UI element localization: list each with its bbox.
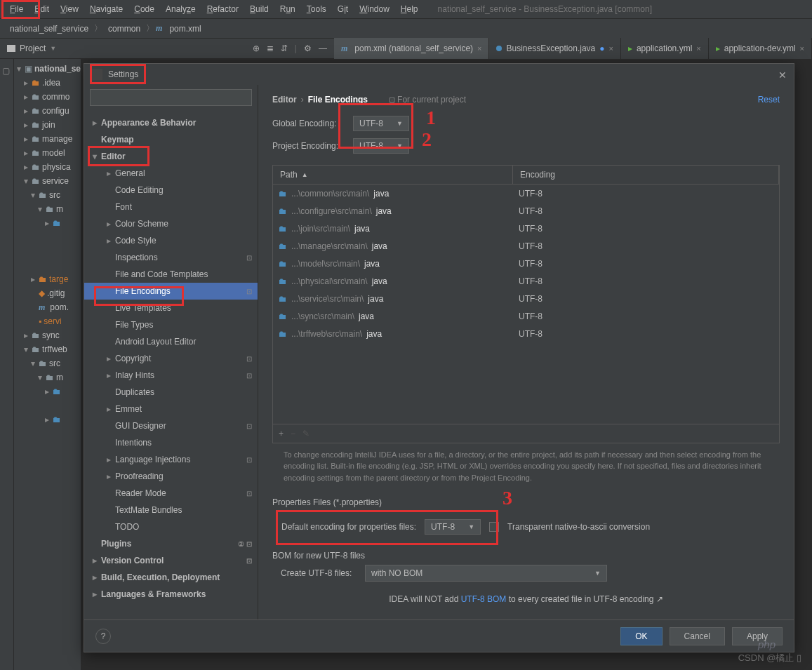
project-icon: [7, 45, 15, 52]
window-title: national_self_service - BusinessExceptio…: [438, 4, 652, 14]
chevron-down-icon: ▼: [397, 142, 403, 149]
tab-application-yml[interactable]: ▸ application.yml ×: [621, 38, 709, 59]
menu-analyze[interactable]: Analyze: [160, 2, 201, 16]
dialog-footer: ? OK Cancel Apply: [84, 619, 794, 652]
help-button[interactable]: ?: [95, 629, 111, 644]
for-current-project-label: ⊡ For current project: [389, 95, 466, 105]
watermark-csdn: CSDN @橘止 ▯: [738, 652, 801, 664]
menu-git[interactable]: Git: [332, 2, 354, 16]
close-icon[interactable]: ×: [696, 44, 700, 53]
global-encoding-combo[interactable]: UTF-8 ▼: [353, 116, 409, 131]
menu-help[interactable]: Help: [395, 2, 424, 16]
expand-icon[interactable]: ≣: [267, 43, 274, 53]
add-icon[interactable]: +: [279, 429, 284, 438]
dropdown-arrow-icon: ▼: [50, 45, 56, 52]
dialog-title-text: Settings: [108, 69, 138, 79]
close-icon[interactable]: ✕: [778, 69, 787, 81]
project-encoding-combo[interactable]: UTF-8 ▼: [353, 138, 409, 154]
tab-label: BusinessException.java: [506, 43, 595, 53]
transparent-label: Transparent native-to-ascii conversion: [507, 522, 650, 532]
menu-file[interactable]: File: [4, 2, 29, 16]
create-utf8-label: Create UTF-8 files:: [281, 568, 365, 578]
combo-value: UTF-8: [359, 119, 383, 128]
minimize-icon[interactable]: —: [319, 43, 327, 53]
bc-module[interactable]: common: [104, 22, 145, 35]
settings-search-input[interactable]: [90, 89, 252, 106]
menu-edit[interactable]: Edit: [29, 2, 55, 16]
tab-label: pom.xml (national_self_service): [354, 43, 473, 53]
menu-tools[interactable]: Tools: [301, 2, 332, 16]
close-icon[interactable]: ×: [477, 44, 481, 53]
menu-window[interactable]: Window: [354, 2, 395, 16]
chevron-down-icon: ▼: [594, 570, 601, 577]
tab-label: application-dev.yml: [724, 43, 796, 53]
tab-pom[interactable]: m pom.xml (national_self_service) ×: [334, 38, 490, 59]
settings-content: Editor › File Encodings ⊡ For current pr…: [258, 85, 794, 619]
project-label: Project: [20, 43, 46, 53]
bom-section-label: BOM for new UTF-8 files: [272, 542, 780, 565]
tab-application-dev-yml[interactable]: ▸ application-dev.yml ×: [709, 38, 812, 59]
encoding-help-text: To change encoding IntelliJ IDEA uses fo…: [272, 443, 780, 490]
edit-icon[interactable]: ✎: [302, 429, 310, 438]
th-path[interactable]: Path▲: [273, 166, 513, 184]
project-toolbar-icons: ⊕ ≣ ⇵ | ⚙ —: [246, 43, 334, 53]
global-encoding-label: Global Encoding:: [272, 119, 353, 128]
menu-build[interactable]: Build: [244, 2, 274, 16]
structure-icon[interactable]: ▢: [2, 66, 12, 76]
bom-note: IDEA will NOT add UTF-8 BOM to every cre…: [272, 589, 780, 610]
maven-icon: m: [156, 23, 162, 34]
remove-icon[interactable]: −: [291, 429, 295, 438]
idea-icon: [91, 69, 102, 80]
menu-refactor[interactable]: Refactor: [201, 2, 244, 16]
settings-tree-list[interactable]: ▸Appearance & BehaviorKeymap▾Editor▸Gene…: [84, 110, 258, 619]
cancel-button[interactable]: Cancel: [670, 627, 725, 645]
tab-label: application.yml: [637, 43, 692, 53]
close-icon[interactable]: ×: [800, 44, 804, 53]
left-tool-strip: ▢: [0, 59, 14, 670]
create-utf8-combo[interactable]: with NO BOM ▼: [365, 565, 607, 582]
bc-editor[interactable]: Editor: [272, 95, 297, 105]
menu-navigate[interactable]: Navigate: [84, 2, 128, 16]
editor-tabs: m pom.xml (national_self_service) × Busi…: [334, 38, 812, 59]
table-toolbar: + − ✎: [273, 424, 779, 443]
project-tree[interactable]: ▾▣national_se▸🖿.idea▸🖿commo▸🖿configu▸🖿jo…: [14, 59, 81, 670]
close-icon[interactable]: ×: [608, 44, 613, 53]
project-encoding-label: Project Encoding:: [272, 141, 353, 151]
toolbar-row: Project ▼ ⊕ ≣ ⇵ | ⚙ — m pom.xml (nationa…: [0, 38, 812, 59]
sort-asc-icon: ▲: [302, 171, 308, 178]
menu-code[interactable]: Code: [128, 2, 160, 16]
gear-icon[interactable]: ⚙: [304, 43, 312, 53]
default-props-encoding-label: Default encoding for properties files:: [281, 522, 416, 532]
watermark-php: php: [758, 638, 776, 650]
yml-icon: ▸: [628, 43, 632, 53]
modified-icon: ●: [599, 43, 604, 53]
java-icon: [496, 46, 502, 51]
chevron-down-icon: ▼: [468, 523, 474, 530]
tab-business-exception[interactable]: BusinessException.java ● ×: [489, 38, 620, 59]
project-tool-button[interactable]: Project ▼: [0, 41, 63, 56]
combo-value: UTF-8: [359, 141, 383, 151]
bc-file-encodings: File Encodings: [308, 95, 368, 105]
default-props-encoding-combo[interactable]: UTF-8 ▼: [425, 519, 481, 535]
transparent-checkbox[interactable]: [489, 522, 499, 532]
th-encoding[interactable]: Encoding: [513, 166, 779, 184]
ok-button[interactable]: OK: [620, 627, 662, 645]
breadcrumb-bar: national_self_service 〉 common 〉 m pom.x…: [0, 18, 812, 38]
bc-root[interactable]: national_self_service: [6, 22, 93, 35]
menu-run[interactable]: Run: [274, 2, 301, 16]
reset-link[interactable]: Reset: [758, 95, 780, 105]
properties-section-label: Properties Files (*.properties): [272, 489, 780, 511]
encoding-table: Path▲ Encoding 🖿...\common\src\main\java…: [272, 165, 780, 443]
collapse-icon[interactable]: ⇵: [281, 43, 288, 53]
settings-tree: ▸Appearance & BehaviorKeymap▾Editor▸Gene…: [84, 85, 258, 619]
maven-icon: m: [341, 43, 347, 54]
menu-bar: File Edit View Navigate Code Analyze Ref…: [0, 0, 812, 18]
yml-icon: ▸: [716, 43, 720, 53]
dialog-titlebar: Settings ✕: [84, 64, 794, 85]
menu-view[interactable]: View: [55, 2, 84, 16]
settings-dialog: Settings ✕ ▸Appearance & BehaviorKeymap▾…: [84, 63, 794, 652]
utf8-bom-link[interactable]: UTF-8 BOM: [461, 594, 507, 604]
bc-file[interactable]: pom.xml: [165, 22, 205, 35]
chevron-down-icon: ▼: [397, 120, 403, 127]
target-icon[interactable]: ⊕: [253, 43, 260, 53]
